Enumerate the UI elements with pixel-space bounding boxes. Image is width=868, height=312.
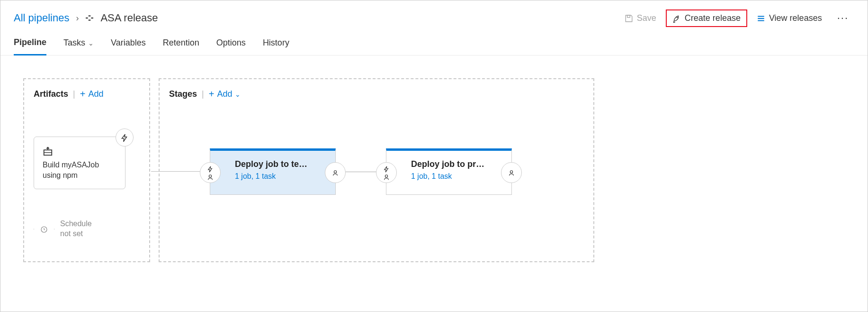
rocket-icon <box>672 13 681 23</box>
svg-point-14 <box>385 175 387 177</box>
page-title[interactable]: ASA release <box>100 12 158 24</box>
save-button: Save <box>618 9 663 27</box>
plus-icon: + <box>80 89 86 100</box>
tab-retention[interactable]: Retention <box>163 37 199 55</box>
artifact-trigger-button[interactable] <box>116 128 134 147</box>
save-icon <box>625 13 633 23</box>
add-artifact-button[interactable]: + Add <box>80 89 104 100</box>
add-stage-label: Add <box>217 89 232 99</box>
lightning-icon <box>383 165 390 172</box>
artifacts-title: Artifacts <box>34 89 68 99</box>
tabs-row: Pipeline Tasks ⌄ Variables Retention Opt… <box>0 33 868 55</box>
release-pipeline-icon <box>85 14 94 22</box>
svg-rect-0 <box>86 18 89 18</box>
add-stage-button[interactable]: + Add ⌄ <box>209 89 241 100</box>
svg-rect-1 <box>89 15 91 16</box>
schedule-button[interactable] <box>34 219 54 239</box>
create-release-button[interactable]: Create release <box>666 9 747 27</box>
tab-tasks-label: Tasks <box>63 38 85 48</box>
save-label: Save <box>637 13 656 23</box>
schedule-label: Schedule not set <box>60 219 103 239</box>
person-icon <box>207 173 214 181</box>
tab-history[interactable]: History <box>263 37 289 55</box>
clock-icon <box>40 225 48 233</box>
lightning-icon <box>120 133 129 143</box>
pre-conditions-button[interactable] <box>376 162 397 183</box>
package-icon <box>43 145 116 157</box>
lightning-icon <box>207 165 214 172</box>
stages-title: Stages <box>169 89 197 99</box>
svg-point-5 <box>677 17 678 18</box>
stage-meta[interactable]: 1 job, 1 task <box>235 172 311 181</box>
chevron-down-icon: ⌄ <box>88 39 94 47</box>
post-conditions-button[interactable] <box>501 162 522 183</box>
tab-tasks[interactable]: Tasks ⌄ <box>63 37 94 55</box>
more-actions-button[interactable]: ··· <box>832 9 854 27</box>
breadcrumb: All pipelines › ASA release <box>14 12 158 24</box>
svg-rect-2 <box>89 19 91 20</box>
tab-pipeline[interactable]: Pipeline <box>14 37 46 55</box>
artifact-name: Build myASAJob using npm <box>43 160 116 180</box>
plus-icon: + <box>209 89 215 100</box>
stage-name: Deploy job to pro... <box>411 159 487 169</box>
pre-conditions-button[interactable] <box>200 162 221 183</box>
chevron-down-icon: ⌄ <box>235 91 241 98</box>
view-releases-label: View releases <box>769 13 822 23</box>
view-releases-button[interactable]: View releases <box>750 9 829 27</box>
person-icon <box>508 169 515 176</box>
person-icon <box>383 173 390 181</box>
stage-card-test[interactable]: Deploy job to test... 1 job, 1 task <box>210 148 336 195</box>
create-release-label: Create release <box>685 13 741 23</box>
artifacts-panel: Artifacts | + Add Build myASAJob using n… <box>23 78 150 262</box>
stage-meta[interactable]: 1 job, 1 task <box>411 172 487 181</box>
add-artifact-label: Add <box>88 89 103 99</box>
tab-options[interactable]: Options <box>216 37 246 55</box>
list-icon <box>757 13 765 23</box>
svg-point-15 <box>510 171 512 173</box>
chevron-right-icon: › <box>76 13 79 23</box>
svg-rect-3 <box>91 18 94 18</box>
person-icon <box>332 169 339 176</box>
artifact-card[interactable]: Build myASAJob using npm <box>34 137 125 189</box>
tab-variables[interactable]: Variables <box>111 37 146 55</box>
stage-name: Deploy job to test... <box>235 159 311 169</box>
post-conditions-button[interactable] <box>325 162 346 183</box>
svg-point-12 <box>209 175 211 177</box>
stage-card-prod[interactable]: Deploy job to pro... 1 job, 1 task <box>386 148 512 195</box>
stages-panel: Stages | + Add ⌄ Deploy job to test... 1… <box>159 78 594 262</box>
breadcrumb-root-link[interactable]: All pipelines <box>14 12 69 24</box>
svg-rect-4 <box>627 15 630 18</box>
svg-point-13 <box>334 171 336 173</box>
